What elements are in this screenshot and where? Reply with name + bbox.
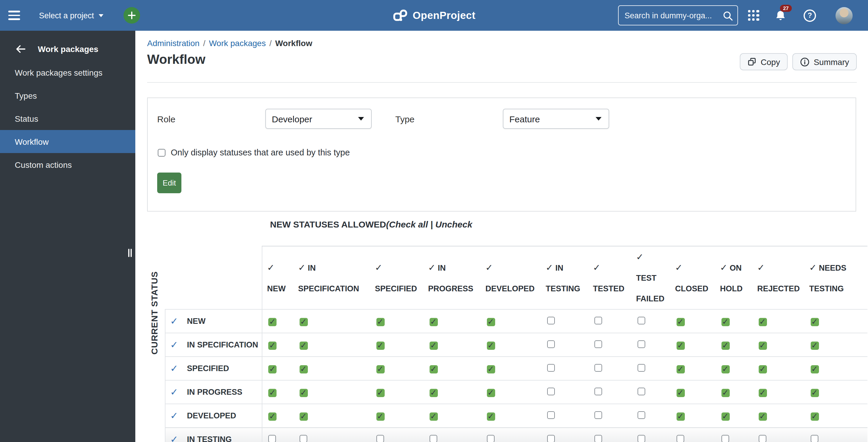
transition-checkbox[interactable] — [637, 435, 645, 442]
transition-checkbox[interactable]: ✓ — [810, 365, 819, 373]
notifications-button[interactable]: 27 — [775, 10, 786, 21]
summary-button[interactable]: Summary — [793, 53, 857, 70]
check-all-column-link[interactable]: ✓ — [636, 252, 644, 262]
help-icon[interactable]: ? — [804, 9, 816, 22]
transition-checkbox[interactable]: ✓ — [758, 341, 767, 349]
transition-checkbox[interactable] — [758, 435, 766, 442]
transition-checkbox[interactable]: ✓ — [299, 318, 308, 326]
check-all-column-link[interactable]: ✓ — [675, 262, 682, 272]
check-all-row-link[interactable]: ✓ — [170, 386, 178, 398]
check-all-row-link[interactable]: ✓ — [170, 434, 178, 442]
transition-checkbox[interactable] — [810, 435, 818, 442]
transition-checkbox[interactable] — [487, 435, 494, 442]
transition-checkbox[interactable]: ✓ — [810, 341, 819, 349]
project-selector[interactable]: Select a project — [39, 0, 103, 31]
transition-checkbox[interactable]: ✓ — [376, 318, 384, 326]
check-all-column-link[interactable]: ✓ — [267, 262, 275, 272]
transition-checkbox[interactable] — [547, 316, 555, 324]
transition-checkbox[interactable] — [637, 387, 645, 395]
transition-checkbox[interactable]: ✓ — [299, 388, 308, 397]
transition-checkbox[interactable]: ✓ — [487, 365, 495, 373]
transition-checkbox[interactable] — [637, 364, 645, 371]
transition-checkbox[interactable]: ✓ — [721, 341, 730, 349]
table-caption-links[interactable]: (Check all | Uncheck — [386, 219, 472, 229]
openproject-logo[interactable]: OpenProject — [393, 0, 476, 31]
transition-checkbox[interactable]: ✓ — [721, 318, 730, 326]
transition-checkbox[interactable] — [594, 387, 602, 395]
only-display-statuses-checkbox[interactable] — [158, 149, 165, 156]
transition-checkbox[interactable]: ✓ — [429, 412, 438, 420]
transition-checkbox[interactable]: ✓ — [487, 388, 495, 397]
check-all-row-link[interactable]: ✓ — [170, 410, 178, 421]
check-all-column-link[interactable]: ✓ — [486, 262, 493, 272]
transition-checkbox[interactable] — [547, 435, 555, 442]
sidebar-back-header[interactable]: Work packages — [0, 37, 135, 61]
breadcrumb-link-administration[interactable]: Administration — [147, 38, 199, 48]
transition-checkbox[interactable]: ✓ — [487, 412, 495, 420]
transition-checkbox[interactable]: ✓ — [429, 365, 438, 373]
transition-checkbox[interactable] — [594, 435, 602, 442]
sidebar-item-workflow[interactable]: Workflow — [0, 130, 135, 153]
transition-checkbox[interactable] — [637, 316, 645, 324]
transition-checkbox[interactable] — [547, 387, 555, 395]
transition-checkbox[interactable]: ✓ — [758, 365, 767, 373]
transition-checkbox[interactable] — [594, 340, 602, 348]
search-input[interactable] — [619, 6, 737, 25]
hamburger-menu-icon[interactable] — [8, 11, 20, 20]
transition-checkbox[interactable]: ✓ — [676, 365, 685, 373]
transition-checkbox[interactable]: ✓ — [721, 365, 730, 373]
transition-checkbox[interactable]: ✓ — [268, 341, 277, 349]
sidebar-resize-handle[interactable] — [128, 249, 133, 257]
check-all-column-link[interactable]: ✓ — [546, 262, 553, 272]
transition-checkbox[interactable]: ✓ — [299, 412, 308, 420]
transition-checkbox[interactable]: ✓ — [376, 388, 384, 397]
check-all-column-link[interactable]: ✓ — [375, 262, 382, 272]
transition-checkbox[interactable] — [594, 364, 602, 371]
transition-checkbox[interactable]: ✓ — [376, 365, 384, 373]
copy-button[interactable]: Copy — [740, 53, 788, 70]
check-all-column-link[interactable]: ✓ — [720, 262, 727, 272]
quick-add-button[interactable] — [123, 7, 140, 24]
check-all-column-link[interactable]: ✓ — [593, 262, 600, 272]
edit-button[interactable]: Edit — [157, 172, 181, 193]
transition-checkbox[interactable] — [268, 435, 276, 442]
transition-checkbox[interactable]: ✓ — [810, 412, 819, 420]
check-all-column-link[interactable]: ✓ — [809, 262, 816, 272]
transition-checkbox[interactable] — [547, 364, 555, 371]
sidebar-item-types[interactable]: Types — [0, 84, 135, 107]
transition-checkbox[interactable] — [637, 411, 645, 419]
transition-checkbox[interactable]: ✓ — [676, 412, 685, 420]
modules-grid-icon[interactable] — [748, 10, 759, 21]
transition-checkbox[interactable] — [376, 435, 384, 442]
transition-checkbox[interactable] — [547, 340, 555, 348]
user-avatar[interactable] — [836, 7, 852, 24]
transition-checkbox[interactable]: ✓ — [810, 388, 819, 397]
transition-checkbox[interactable]: ✓ — [676, 318, 685, 326]
transition-checkbox[interactable]: ✓ — [376, 341, 384, 349]
transition-checkbox[interactable] — [721, 435, 729, 442]
check-all-row-link[interactable]: ✓ — [170, 339, 178, 350]
transition-checkbox[interactable]: ✓ — [299, 341, 308, 349]
transition-checkbox[interactable]: ✓ — [758, 388, 767, 397]
transition-checkbox[interactable]: ✓ — [268, 412, 277, 420]
sidebar-item-work-packages-settings[interactable]: Work packages settings — [0, 61, 135, 84]
check-all-row-link[interactable]: ✓ — [170, 316, 178, 327]
transition-checkbox[interactable] — [637, 340, 645, 348]
transition-checkbox[interactable]: ✓ — [268, 318, 277, 326]
transition-checkbox[interactable] — [299, 435, 307, 442]
transition-checkbox[interactable]: ✓ — [487, 341, 495, 349]
sidebar-item-status[interactable]: Status — [0, 107, 135, 130]
transition-checkbox[interactable]: ✓ — [429, 318, 438, 326]
transition-checkbox[interactable]: ✓ — [268, 365, 277, 373]
role-select[interactable]: Developer — [265, 109, 372, 129]
transition-checkbox[interactable]: ✓ — [758, 412, 767, 420]
transition-checkbox[interactable]: ✓ — [429, 341, 438, 349]
breadcrumb-link-work-packages[interactable]: Work packages — [209, 38, 266, 48]
transition-checkbox[interactable]: ✓ — [676, 341, 685, 349]
transition-checkbox[interactable]: ✓ — [758, 318, 767, 326]
transition-checkbox[interactable]: ✓ — [487, 318, 495, 326]
transition-checkbox[interactable]: ✓ — [676, 388, 685, 397]
transition-checkbox[interactable]: ✓ — [721, 388, 730, 397]
check-all-column-link[interactable]: ✓ — [757, 262, 765, 272]
transition-checkbox[interactable]: ✓ — [268, 388, 277, 397]
